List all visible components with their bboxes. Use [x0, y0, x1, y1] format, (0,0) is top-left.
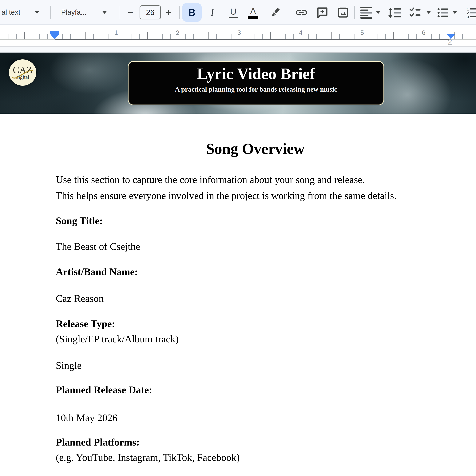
checklist-dropdown-icon[interactable]	[426, 11, 431, 14]
line-spacing-icon	[388, 7, 401, 19]
paragraph-style-label: al text	[1, 8, 20, 16]
insert-link-icon	[295, 6, 308, 19]
insert-image-button[interactable]	[336, 5, 351, 20]
ruler-number: 4	[299, 29, 303, 36]
numbered-list-button[interactable]: 1 2 3	[465, 6, 476, 19]
decrease-font-size-button[interactable]: −	[125, 0, 136, 25]
underline-icon: U	[230, 7, 236, 16]
ruler-number: 6	[422, 29, 425, 36]
header-banner-image[interactable]: CAZ digital Lyric Video Brief A practica…	[0, 53, 476, 114]
insert-image-icon	[337, 7, 349, 18]
svg-text:3: 3	[467, 15, 469, 19]
underline-button[interactable]: U	[227, 5, 240, 20]
field-planned-platforms[interactable]: Planned Platforms: (e.g. YouTube, Instag…	[56, 435, 455, 465]
bold-icon: B	[188, 7, 196, 18]
minus-icon: −	[128, 7, 133, 18]
bulleted-list-icon	[437, 7, 449, 19]
text-color-icon: A	[250, 7, 256, 16]
font-size-input[interactable]: 26	[139, 5, 161, 19]
paragraph-style-selector[interactable]: al text	[1, 0, 20, 25]
font-name-label: Playfa...	[61, 8, 87, 16]
ruler-text-area-band	[55, 39, 451, 40]
first-line-indent-marker[interactable]	[50, 31, 59, 34]
font-selector[interactable]: Playfa...	[61, 0, 87, 25]
insert-link-button[interactable]	[294, 5, 309, 20]
toolbar-divider	[119, 6, 119, 19]
intro-paragraph[interactable]: Use this section to capture the core inf…	[56, 171, 455, 204]
bold-button[interactable]: B	[182, 3, 202, 22]
plus-icon: +	[166, 7, 171, 18]
bulleted-list-button[interactable]	[436, 6, 450, 19]
field-label-song-title[interactable]: Song Title:	[56, 213, 455, 229]
add-comment-button[interactable]	[315, 5, 330, 20]
highlight-color-button[interactable]	[269, 5, 282, 20]
field-hint-planned-platforms[interactable]: (e.g. YouTube, Instagram, TikTok, Facebo…	[56, 450, 455, 465]
field-value-song-title[interactable]: The Beast of Csejthe	[56, 238, 455, 254]
field-label-planned-release-date[interactable]: Planned Release Date:	[56, 382, 455, 398]
italic-icon: I	[211, 7, 214, 18]
toolbar-divider	[179, 6, 180, 19]
workspace-gap	[0, 47, 476, 52]
line-spacing-button[interactable]	[388, 6, 402, 19]
ruler-number: 1	[114, 29, 118, 36]
ruler-number: 3	[238, 29, 241, 36]
left-indent-marker[interactable]	[50, 34, 59, 39]
ruler: 1 2 3 4 5 6 2	[0, 25, 476, 47]
increase-font-size-button[interactable]: +	[163, 0, 174, 25]
section-heading[interactable]: Song Overview	[56, 139, 455, 158]
banner-title: Lyric Video Brief	[197, 65, 315, 83]
font-size-value: 26	[146, 8, 155, 17]
highlighter-icon	[269, 6, 282, 19]
ruler-right-margin-band	[451, 39, 476, 40]
italic-button[interactable]: I	[206, 0, 219, 25]
toolbar-divider	[354, 6, 355, 19]
field-label-artist-band-name[interactable]: Artist/Band Name:	[56, 264, 455, 280]
ruler-number: 5	[360, 29, 364, 36]
font-dropdown-icon[interactable]	[102, 11, 107, 14]
google-docs-window: al text Playfa... − 26 + B I U A	[0, 0, 476, 476]
field-value-artist-band-name[interactable]: Caz Reason	[56, 290, 455, 306]
intro-line-1[interactable]: Use this section to capture the core inf…	[56, 171, 455, 187]
field-label-planned-platforms[interactable]: Planned Platforms:	[56, 435, 455, 450]
align-icon	[360, 7, 373, 19]
field-value-release-type[interactable]: Single	[56, 357, 455, 373]
bulleted-list-dropdown-icon[interactable]	[452, 11, 457, 14]
ruler-stray-label: 2	[448, 38, 452, 46]
logo-gold-swoosh	[11, 68, 34, 80]
field-label-release-type[interactable]: Release Type:	[56, 316, 455, 331]
ruler-number: 2	[176, 29, 180, 36]
checklist-icon	[409, 7, 422, 19]
ruler-left-margin-band	[0, 39, 55, 40]
numbered-list-icon: 1 2 3	[466, 7, 476, 19]
intro-line-2[interactable]: This helps ensure everyone involved in t…	[56, 187, 455, 204]
text-color-button[interactable]: A	[246, 5, 260, 20]
toolbar-divider	[289, 6, 290, 19]
banner-subtitle: A practical planning tool for bands rele…	[175, 85, 337, 93]
toolbar: al text Playfa... − 26 + B I U A	[0, 0, 476, 25]
caz-digital-logo: CAZ digital	[9, 59, 36, 86]
field-hint-release-type[interactable]: (Single/EP track/Album track)	[56, 331, 455, 346]
align-button[interactable]	[360, 7, 373, 19]
align-dropdown-icon[interactable]	[376, 11, 381, 14]
paragraph-style-dropdown-icon[interactable]	[35, 11, 40, 14]
checklist-button[interactable]	[408, 6, 422, 19]
field-release-type[interactable]: Release Type: (Single/EP track/Album tra…	[56, 316, 455, 346]
banner-title-box: Lyric Video Brief A practical planning t…	[128, 61, 384, 105]
toolbar-divider	[50, 6, 51, 19]
add-comment-icon	[316, 6, 328, 19]
field-value-planned-release-date[interactable]: 10th May 2026	[56, 410, 455, 426]
